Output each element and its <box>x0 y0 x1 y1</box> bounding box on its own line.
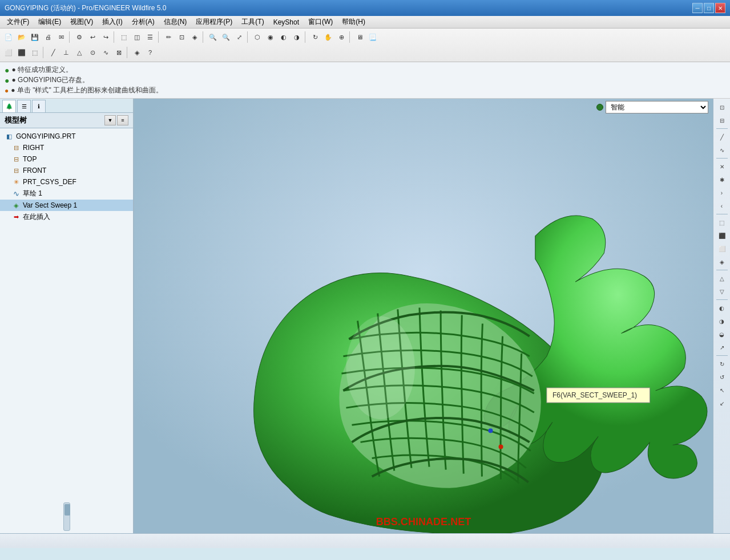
btn-t2-7[interactable]: ⊙ <box>86 46 99 59</box>
btn-t2-4[interactable]: ╱ <box>47 46 59 59</box>
menu-view[interactable]: 视图(V) <box>66 16 98 28</box>
menu-insert[interactable]: 插入(I) <box>98 16 127 28</box>
rt-btn-3[interactable]: ╱ <box>715 131 729 143</box>
btn-spin[interactable]: ↻ <box>309 31 321 43</box>
btn-feature[interactable]: ◈ <box>188 31 201 43</box>
tree-item-insert[interactable]: ➡ 在此插入 <box>0 211 133 223</box>
btn-new[interactable]: 📄 <box>2 31 15 43</box>
rt-btn-17[interactable]: ◒ <box>715 328 729 340</box>
tree-item-root[interactable]: ◧ GONGYIPING.PRT <box>0 131 133 142</box>
btn-zoom-in[interactable]: 🔍 <box>207 31 219 43</box>
btn-model-disp[interactable]: 🖥 <box>353 31 366 43</box>
status-text2: ● GONGYIPING已存盘。 <box>11 75 89 85</box>
tree-item-front[interactable]: ⊟ FRONT <box>0 165 133 176</box>
rt-btn-8[interactable]: ‹ <box>715 200 729 212</box>
rt-btn-19[interactable]: ↻ <box>715 358 729 370</box>
btn-t2-2[interactable]: ⬛ <box>15 46 28 59</box>
btn-zoom[interactable]: ⊕ <box>335 31 348 43</box>
rt-btn-7[interactable]: › <box>715 186 729 199</box>
menu-info[interactable]: 信息(N) <box>159 16 192 28</box>
icon-insert: ➡ <box>11 213 21 222</box>
btn-t2-6[interactable]: △ <box>73 46 86 59</box>
btn-redo[interactable]: ↪ <box>99 31 112 43</box>
btn-t2-9[interactable]: ⊠ <box>112 46 125 59</box>
rt-btn-11[interactable]: ⬜ <box>715 242 729 255</box>
btn-undo[interactable]: ↩ <box>86 31 99 43</box>
tab-layer[interactable]: ☰ <box>17 100 31 112</box>
btn-display4[interactable]: ◑ <box>291 31 303 43</box>
rt-btn-15[interactable]: ◐ <box>715 302 729 314</box>
btn-print[interactable]: 🖨 <box>42 31 54 43</box>
view-selector[interactable]: 智能 线框 隐藏线 消隐 着色 <box>606 101 708 113</box>
menu-edit[interactable]: 编辑(E) <box>34 16 66 28</box>
btn-display1[interactable]: ⬡ <box>251 31 264 43</box>
menu-file[interactable]: 文件(F) <box>2 16 34 28</box>
btn-layer[interactable]: ☰ <box>144 31 156 43</box>
rt-btn-2[interactable]: ⊟ <box>715 114 729 127</box>
rt-btn-16[interactable]: ◑ <box>715 315 729 327</box>
btn-t2-5[interactable]: ⊥ <box>60 46 72 59</box>
btn-email[interactable]: ✉ <box>55 31 67 43</box>
menu-analysis[interactable]: 分析(A) <box>127 16 159 28</box>
btn-t2-1[interactable]: ⬜ <box>2 46 15 59</box>
tree-header: 模型树 ▼ ≡ <box>0 113 133 128</box>
btn-save[interactable]: 💾 <box>29 31 41 43</box>
tree-item-sketch[interactable]: ∿ 草绘 1 <box>0 188 133 200</box>
rt-btn-13[interactable]: △ <box>715 272 729 285</box>
menu-keyshot[interactable]: KeyShot <box>269 17 304 27</box>
btn-display3[interactable]: ◐ <box>277 31 290 43</box>
btn-sketch[interactable]: ✏ <box>162 31 175 43</box>
btn-t2-10[interactable]: ◈ <box>131 46 143 59</box>
tab-tree[interactable]: 🌲 <box>2 100 16 112</box>
rt-btn-22[interactable]: ↙ <box>715 397 729 409</box>
btn-fit[interactable]: ⤢ <box>233 31 245 43</box>
scroll-thumb[interactable] <box>64 504 70 516</box>
btn-t2-3[interactable]: ⬚ <box>29 46 41 59</box>
menu-apps[interactable]: 应用程序(P) <box>191 16 237 28</box>
tab-info[interactable]: ℹ <box>32 100 46 112</box>
rt-btn-6[interactable]: ✱ <box>715 173 729 186</box>
btn-t2-8[interactable]: ∿ <box>99 46 112 59</box>
rt-btn-18[interactable]: ↗ <box>715 341 729 354</box>
btn-repaint[interactable]: ⬚ <box>118 31 130 43</box>
tree-columns-btn[interactable]: ≡ <box>117 115 128 125</box>
rt-btn-10[interactable]: ⬛ <box>715 229 729 242</box>
btn-display2[interactable]: ◉ <box>264 31 277 43</box>
watermark-text: BBS.CHINADE.NET <box>376 516 471 527</box>
sep5 <box>247 31 249 43</box>
close-button[interactable]: ✕ <box>715 3 725 13</box>
bullet2: ● <box>5 76 9 85</box>
rt-btn-14[interactable]: ▽ <box>715 285 729 298</box>
btn-pan[interactable]: ✋ <box>322 31 334 43</box>
viewport-top: 智能 线框 隐藏线 消隐 着色 <box>596 101 708 113</box>
rt-btn-12[interactable]: ◈ <box>715 255 729 268</box>
rt-btn-21[interactable]: ↖ <box>715 384 729 396</box>
tree-settings-btn[interactable]: ▼ <box>104 115 116 125</box>
tree-item-top[interactable]: ⊟ TOP <box>0 153 133 165</box>
btn-orientation[interactable]: ◫ <box>131 31 143 43</box>
btn-trail[interactable]: 📃 <box>366 31 379 43</box>
menu-help[interactable]: 帮助(H) <box>337 16 370 28</box>
tree-item-csys[interactable]: ✳ PRT_CSYS_DEF <box>0 176 133 188</box>
rt-btn-9[interactable]: ⬚ <box>715 216 729 229</box>
btn-open[interactable]: 📂 <box>15 31 28 43</box>
btn-regenerate[interactable]: ⚙ <box>73 31 86 43</box>
menu-tools[interactable]: 工具(T) <box>237 16 268 28</box>
minimize-button[interactable]: ─ <box>692 3 703 13</box>
scroll-track[interactable] <box>63 502 70 531</box>
rt-btn-5[interactable]: ✕ <box>715 160 729 173</box>
viewport[interactable]: 智能 线框 隐藏线 消隐 着色 <box>134 99 713 533</box>
btn-datum[interactable]: ⊡ <box>175 31 188 43</box>
btn-help[interactable]: ? <box>144 46 156 59</box>
rt-btn-1[interactable]: ⊡ <box>715 101 729 113</box>
sep4 <box>203 31 205 43</box>
tree-item-sweep[interactable]: ◈ Var Sect Sweep 1 <box>0 200 133 211</box>
maximize-button[interactable]: □ <box>704 3 714 13</box>
rt-btn-20[interactable]: ↺ <box>715 371 729 383</box>
main-area: 🌲 ☰ ℹ 模型树 ▼ ≡ ◧ GONGYIPING.PRT ⊟ RIGHT <box>0 99 730 533</box>
rt-btn-4[interactable]: ∿ <box>715 144 729 156</box>
tree-controls: ▼ ≡ <box>104 115 128 125</box>
tree-item-right[interactable]: ⊟ RIGHT <box>0 142 133 153</box>
menu-window[interactable]: 窗口(W) <box>304 16 337 28</box>
btn-zoom-out[interactable]: 🔍 <box>220 31 232 43</box>
